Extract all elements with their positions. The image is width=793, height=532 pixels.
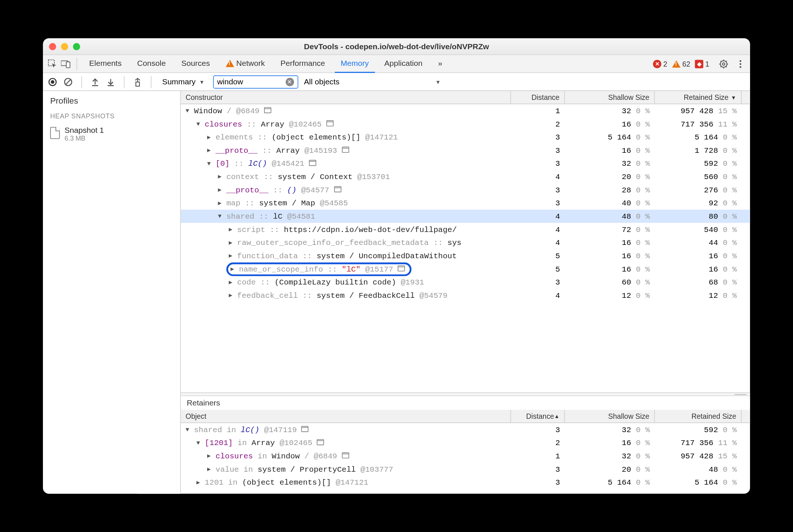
snapshot-item[interactable]: Snapshot 1 6.3 MB (43, 122, 180, 145)
distance-cell: 3 (511, 278, 565, 287)
shallow-size-cell: 5 1640 % (565, 478, 655, 487)
tab-performance[interactable]: Performance (274, 55, 331, 73)
tab-network[interactable]: Network (219, 55, 271, 73)
table-row[interactable]: ▶code :: (CompileLazy builtin code) @193… (181, 276, 750, 289)
expand-icon[interactable]: ▼ (186, 426, 192, 433)
table-row[interactable]: ▼[1201] in Array @102465 2160 %717 35611… (181, 436, 750, 449)
expand-icon[interactable]: ▶ (230, 265, 236, 272)
table-row[interactable]: ▶elements :: (object elements)[] @147121… (181, 131, 750, 144)
inspect-icon[interactable] (48, 59, 57, 68)
expand-icon[interactable]: ▶ (218, 173, 224, 180)
expand-icon[interactable]: ▶ (229, 226, 234, 233)
expand-icon[interactable]: ▶ (229, 279, 234, 286)
table-row[interactable]: ▼[0] :: lC() @145421 3320 %5920 % (181, 157, 750, 170)
scrollbar-gutter (742, 91, 750, 104)
expand-icon[interactable]: ▶ (229, 239, 234, 246)
download-icon[interactable] (106, 77, 115, 87)
clear-icon[interactable] (63, 77, 73, 87)
expand-icon[interactable]: ▶ (207, 134, 213, 141)
table-row[interactable]: ▶value in system / PropertyCell @1037773… (181, 462, 750, 476)
distance-cell: 1 (511, 451, 565, 460)
profiles-heading: Profiles (43, 91, 180, 110)
distance-cell: 3 (511, 133, 565, 142)
warnings-badge[interactable]: 62 (672, 60, 690, 68)
col-distance-label: Distance (526, 412, 554, 420)
retainers-rows[interactable]: ▼shared in lC() @147119 3320 %5920 %▼[12… (181, 423, 750, 494)
tab-memory[interactable]: Memory (335, 55, 375, 73)
col-shallow[interactable]: Shallow Size (565, 91, 655, 104)
device-toolbar-icon[interactable] (61, 59, 71, 68)
expand-icon[interactable]: ▶ (207, 147, 213, 154)
expand-icon[interactable]: ▶ (207, 465, 213, 472)
expand-icon[interactable]: ▼ (218, 213, 224, 220)
table-row[interactable]: ▶script :: https://cdpn.io/web-dot-dev/f… (181, 223, 750, 236)
objects-filter-selector[interactable]: All objects ▼ (304, 77, 441, 86)
table-row[interactable]: ▶context :: system / Context @1537014200… (181, 170, 750, 183)
expand-icon[interactable]: ▶ (207, 452, 213, 459)
table-row[interactable]: ▼shared in lC() @147119 3320 %5920 % (181, 423, 750, 436)
table-row[interactable]: ▶function_data :: system / UncompiledDat… (181, 249, 750, 263)
col-distance[interactable]: Distance (511, 91, 565, 104)
class-filter-field[interactable] (217, 77, 283, 86)
row-label: raw_outer_scope_info_or_feedback_metadat… (237, 238, 462, 247)
table-row[interactable]: ▶1201 in (object elements)[] @14712135 1… (181, 476, 750, 489)
table-row[interactable]: ▼closures :: Array @102465 2160 %717 356… (181, 117, 750, 131)
devtools-tabbar: Elements Console Sources Network Perform… (43, 55, 750, 73)
expand-icon[interactable]: ▶ (218, 186, 224, 193)
col-object[interactable]: Object (181, 410, 511, 422)
view-selector[interactable]: Summary ▼ (160, 77, 207, 86)
tab-application[interactable]: Application (378, 55, 428, 73)
col-shallow[interactable]: Shallow Size (565, 410, 655, 422)
record-icon[interactable] (48, 77, 57, 87)
col-retained[interactable]: Retained Size ▼ (655, 91, 742, 104)
tab-sources[interactable]: Sources (175, 55, 216, 73)
split-bar[interactable] (181, 393, 750, 396)
row-label: shared in lC() @147119 (194, 425, 308, 434)
row-label: feedback_cell :: system / FeedbackCell @… (237, 291, 448, 300)
kebab-menu-icon[interactable] (736, 59, 745, 68)
expand-icon[interactable]: ▼ (207, 160, 213, 167)
class-filter-input[interactable]: ✕ (213, 75, 298, 88)
expand-icon[interactable]: ▼ (196, 121, 202, 127)
expand-icon[interactable]: ▶ (229, 252, 234, 259)
table-row[interactable]: ▶raw_outer_scope_info_or_feedback_metada… (181, 236, 750, 249)
expand-icon[interactable]: ▶ (218, 199, 224, 206)
table-row[interactable]: ▼Window / @6849 1320 %957 42815 % (181, 104, 750, 118)
col-constructor[interactable]: Constructor (181, 91, 511, 104)
tab-more[interactable]: » (432, 55, 448, 73)
expand-icon[interactable]: ▼ (196, 440, 202, 446)
distance-cell: 3 (511, 425, 565, 434)
row-label: closures :: Array @102465 (205, 119, 334, 128)
table-row[interactable]: ▶name_or_scope_info :: "lC" @15177 5160 … (181, 262, 750, 276)
content: Profiles HEAP SNAPSHOTS Snapshot 1 6.3 M… (43, 91, 750, 494)
settings-icon[interactable] (719, 59, 729, 68)
col-distance[interactable]: Distance ▲ (511, 410, 565, 422)
distance-cell: 3 (511, 146, 565, 155)
issues-badge[interactable]: ◆ 1 (695, 60, 709, 68)
expand-icon[interactable]: ▶ (196, 479, 202, 486)
table-row[interactable]: ▶feedback_cell :: system / FeedbackCell … (181, 289, 750, 302)
upload-icon[interactable] (90, 77, 100, 87)
tab-elements[interactable]: Elements (83, 55, 128, 73)
table-row[interactable]: ▶__proto__ :: () @54577 3280 %2760 % (181, 183, 750, 196)
table-row[interactable]: ▶__proto__ :: Array @145193 3160 %1 7280… (181, 144, 750, 157)
constructors-rows[interactable]: ▼Window / @6849 1320 %957 42815 %▼closur… (181, 104, 750, 393)
tab-console[interactable]: Console (131, 55, 172, 73)
svg-point-17 (51, 80, 54, 84)
table-row[interactable]: ▼shared :: lC @545814480 %800 % (181, 210, 750, 223)
expand-icon[interactable]: ▶ (229, 292, 234, 299)
col-retained[interactable]: Retained Size (655, 410, 742, 422)
constructors-header: Constructor Distance Shallow Size Retain… (181, 91, 750, 104)
svg-line-12 (726, 61, 727, 61)
status-badges: ✕ 2 62 ◆ 1 (653, 60, 709, 68)
distance-cell: 5 (511, 251, 565, 260)
gc-icon[interactable] (133, 77, 142, 87)
expand-icon[interactable]: ▼ (186, 108, 192, 114)
table-row[interactable]: ▶map :: system / Map @545853400 %920 % (181, 196, 750, 210)
errors-badge[interactable]: ✕ 2 (653, 60, 667, 68)
svg-line-10 (726, 66, 727, 67)
distance-cell: 3 (511, 185, 565, 194)
clear-filter-icon[interactable]: ✕ (286, 78, 294, 86)
table-row[interactable]: ▶closures in Window / @6849 1320 %957 42… (181, 449, 750, 463)
shallow-size-cell: 320 % (565, 159, 655, 168)
